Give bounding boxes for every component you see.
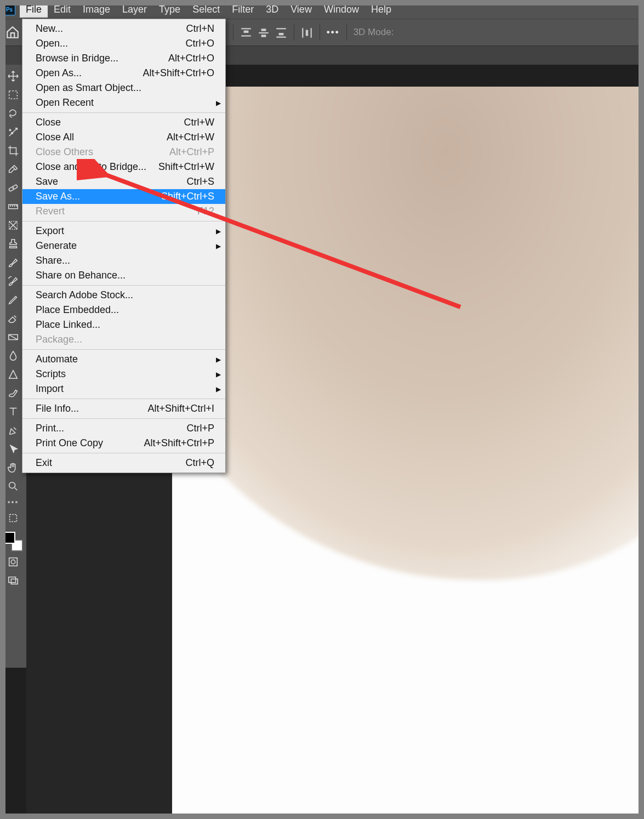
menu-item-scripts[interactable]: Scripts▶ <box>22 367 225 382</box>
distribute-vertical-icon[interactable] <box>258 27 270 38</box>
menu-view[interactable]: View <box>284 2 318 18</box>
foreground-background-colors[interactable] <box>3 532 23 551</box>
canvas[interactable] <box>172 87 644 819</box>
menu-item-import[interactable]: Import▶ <box>22 382 225 396</box>
screen-mode-icon[interactable] <box>3 572 23 589</box>
menu-item-shortcut: Shift+Ctrl+S <box>161 191 214 202</box>
frame-mode-icon[interactable] <box>3 510 23 526</box>
menu-item-new[interactable]: New...Ctrl+N <box>22 21 225 36</box>
menu-item-place-embedded[interactable]: Place Embedded... <box>22 303 225 317</box>
menu-item-close-and-go-to-bridge[interactable]: Close and Go to Bridge...Shift+Ctrl+W <box>22 160 225 174</box>
canvas-top-gutter <box>172 65 644 87</box>
zoom-tool[interactable] <box>3 478 23 494</box>
menu-help[interactable]: Help <box>365 2 397 18</box>
more-options-icon[interactable]: ••• <box>327 27 340 38</box>
distribute-top-icon[interactable] <box>240 27 252 38</box>
menu-item-close[interactable]: CloseCtrl+W <box>22 115 225 130</box>
menu-item-print-one-copy[interactable]: Print One CopyAlt+Shift+Ctrl+P <box>22 436 225 451</box>
svg-rect-16 <box>261 29 266 31</box>
menu-item-open-as-smart-object[interactable]: Open as Smart Object... <box>22 81 225 95</box>
menu-item-generate[interactable]: Generate▶ <box>22 238 225 253</box>
menu-item-file-info[interactable]: File Info...Alt+Shift+Ctrl+I <box>22 401 225 416</box>
pen-tool[interactable] <box>3 422 23 439</box>
menu-item-label: Close <box>36 117 61 128</box>
menu-item-label: Open as Smart Object... <box>36 82 141 94</box>
menu-item-label: Close and Go to Bridge... <box>36 161 146 173</box>
svg-point-25 <box>9 129 11 131</box>
menu-file[interactable]: File <box>20 2 48 18</box>
submenu-arrow-icon: ▶ <box>216 385 221 393</box>
menu-item-open-recent[interactable]: Open Recent▶ <box>22 95 225 110</box>
menu-window[interactable]: Window <box>318 2 365 18</box>
brush-tool[interactable] <box>3 254 23 271</box>
menu-select[interactable]: Select <box>186 2 226 18</box>
menu-item-search-adobe-stock[interactable]: Search Adobe Stock... <box>22 288 225 303</box>
edit-toolbar-icon[interactable]: ••• <box>3 500 24 504</box>
menu-item-label: New... <box>36 23 63 35</box>
menu-item-label: Print One Copy <box>36 437 103 449</box>
eyedropper-tool[interactable] <box>3 161 23 178</box>
menu-item-label: Scripts <box>36 368 66 380</box>
path-select-tool[interactable] <box>3 441 23 457</box>
menu-item-shortcut: Alt+Shift+Ctrl+I <box>147 403 214 414</box>
menu-type[interactable]: Type <box>153 2 186 18</box>
separator <box>294 24 294 41</box>
menu-item-label: Search Adobe Stock... <box>36 289 133 301</box>
menu-item-close-others: Close OthersAlt+Ctrl+P <box>22 145 225 160</box>
menu-item-label: Exit <box>36 457 52 469</box>
home-icon[interactable] <box>4 24 21 41</box>
pencil-tool[interactable] <box>3 292 23 308</box>
menu-item-print[interactable]: Print...Ctrl+P <box>22 421 225 436</box>
menu-filter[interactable]: Filter <box>226 2 260 18</box>
history-brush-tool[interactable] <box>3 273 23 289</box>
healing-brush-tool[interactable] <box>3 180 23 196</box>
menu-item-browse-in-bridge[interactable]: Browse in Bridge...Alt+Ctrl+O <box>22 51 225 66</box>
crop-tool[interactable] <box>3 143 23 159</box>
menu-item-export[interactable]: Export▶ <box>22 224 225 238</box>
menu-item-save[interactable]: SaveCtrl+S <box>22 174 225 189</box>
clone-stamp-tool[interactable] <box>3 236 23 252</box>
quick-select-tool[interactable] <box>3 124 23 140</box>
menu-item-label: Open... <box>36 38 68 49</box>
eraser-tool[interactable] <box>3 310 23 327</box>
distribute-horizontal-icon[interactable] <box>301 27 313 38</box>
lasso-tool[interactable] <box>3 105 23 122</box>
menu-image[interactable]: Image <box>77 2 116 18</box>
menu-item-open-as[interactable]: Open As...Alt+Shift+Ctrl+O <box>22 66 225 81</box>
distribute-bottom-icon[interactable] <box>275 27 287 38</box>
dodge-tool[interactable] <box>3 366 23 383</box>
hand-tool[interactable] <box>3 459 23 476</box>
menu-item-close-all[interactable]: Close AllAlt+Ctrl+W <box>22 130 225 145</box>
separator <box>233 24 233 41</box>
ruler-tool[interactable] <box>3 198 23 215</box>
expand-chevron-icon[interactable]: » <box>2 47 7 53</box>
menu-item-automate[interactable]: Automate▶ <box>22 352 225 367</box>
svg-rect-33 <box>10 515 17 522</box>
svg-rect-23 <box>306 30 308 36</box>
separator <box>346 24 347 41</box>
quick-mask-icon[interactable] <box>3 554 23 570</box>
gradient-tool[interactable] <box>3 329 23 345</box>
menu-item-shortcut: Alt+Shift+Ctrl+P <box>144 437 214 449</box>
menu-item-label: Revert <box>36 206 65 217</box>
3d-mode-label: 3D Mode: <box>354 27 394 38</box>
menu-3d[interactable]: 3D <box>260 2 284 18</box>
blur-tool[interactable] <box>3 348 23 364</box>
menu-edit[interactable]: Edit <box>48 2 77 18</box>
marquee-tool[interactable] <box>3 87 23 103</box>
menu-item-open[interactable]: Open...Ctrl+O <box>22 36 225 51</box>
menu-layer[interactable]: Layer <box>116 2 153 18</box>
move-tool[interactable] <box>3 68 23 84</box>
menu-item-label: Save <box>36 176 58 187</box>
menu-item-save-as[interactable]: Save As...Shift+Ctrl+S <box>22 189 225 204</box>
smudge-tool[interactable] <box>3 385 23 401</box>
menu-item-shortcut: Ctrl+Q <box>185 457 214 469</box>
menu-item-share-on-behance[interactable]: Share on Behance... <box>22 268 225 283</box>
frame-tool[interactable] <box>3 217 23 234</box>
menu-item-label: Import <box>36 383 64 395</box>
svg-rect-13 <box>243 31 248 33</box>
menu-item-exit[interactable]: ExitCtrl+Q <box>22 456 225 470</box>
menu-item-share[interactable]: Share... <box>22 253 225 268</box>
menu-item-place-linked[interactable]: Place Linked... <box>22 317 225 332</box>
type-tool[interactable] <box>3 403 23 420</box>
